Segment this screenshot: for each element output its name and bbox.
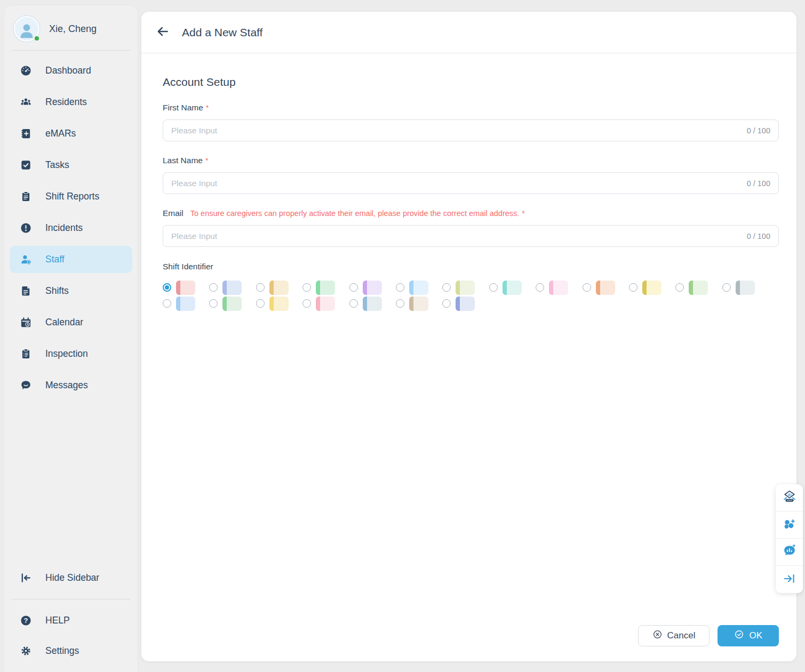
- last-name-label: Last Name: [163, 156, 203, 165]
- radio-unselected[interactable]: [209, 283, 218, 292]
- shift-identifier-option-2[interactable]: [209, 279, 256, 295]
- sidebar-item-label: Shift Reports: [45, 191, 99, 202]
- shift-identifier-option-1[interactable]: [163, 279, 209, 295]
- radio-unselected[interactable]: [675, 283, 684, 292]
- sidebar-item-shifts[interactable]: Shifts: [10, 277, 132, 305]
- radio-unselected[interactable]: [722, 283, 731, 292]
- shift-identifier-option-15[interactable]: [209, 295, 256, 311]
- radio-unselected[interactable]: [349, 299, 358, 308]
- shift-identifier-option-3[interactable]: [256, 279, 302, 295]
- radio-unselected[interactable]: [442, 299, 451, 308]
- sidebar-item-label: Inspection: [45, 348, 88, 359]
- user-profile[interactable]: Xie, Cheng: [10, 13, 132, 50]
- sidebar-item-emars[interactable]: eMARs: [10, 120, 132, 147]
- shift-identifier-option-11[interactable]: [629, 279, 675, 295]
- sidebar-item-settings[interactable]: Settings: [10, 637, 132, 665]
- shift-identifier-option-10[interactable]: [583, 279, 629, 295]
- required-asterisk: *: [205, 156, 208, 165]
- sidebar-item-staff[interactable]: Staff: [10, 246, 132, 273]
- radio-unselected[interactable]: [536, 283, 544, 292]
- sidebar-item-tasks[interactable]: Tasks: [10, 151, 132, 179]
- chat-insights-sparkle-button[interactable]: [776, 539, 803, 566]
- hide-sidebar-icon: [20, 572, 32, 584]
- page-title: Add a New Staff: [182, 26, 262, 39]
- sidebar-item-label: Messages: [45, 380, 88, 391]
- radio-unselected[interactable]: [396, 299, 404, 308]
- radio-unselected[interactable]: [302, 299, 311, 308]
- shift-identifier-option-4[interactable]: [302, 279, 349, 295]
- sidebar-item-label: Calendar: [45, 317, 83, 328]
- help-label: HELP: [45, 615, 70, 626]
- shift-identifier-option-7[interactable]: [442, 279, 489, 295]
- last-name-char-counter: 0 / 100: [747, 179, 770, 188]
- sidebar-item-calendar[interactable]: Calendar: [10, 309, 132, 336]
- sidebar-item-label: Shifts: [45, 285, 69, 297]
- form-body: Account Setup First Name*0 / 100Last Nam…: [141, 53, 796, 311]
- color-swatch: [176, 281, 195, 295]
- collapse-panel-icon: [781, 570, 798, 589]
- shift-identifier-option-14[interactable]: [163, 295, 209, 311]
- radio-unselected[interactable]: [349, 283, 358, 292]
- sidebar-item-residents[interactable]: Residents: [10, 89, 132, 116]
- shift-identifier-option-13[interactable]: [722, 279, 769, 295]
- email-input-box: 0 / 100: [163, 225, 779, 247]
- radio-unselected[interactable]: [256, 299, 265, 308]
- shift-identifier-option-16[interactable]: [256, 295, 302, 311]
- radio-unselected[interactable]: [209, 299, 218, 308]
- shift-identifier-option-12[interactable]: [675, 279, 722, 295]
- sidebar-item-help[interactable]: ? HELP: [10, 607, 132, 634]
- radio-selected[interactable]: [163, 283, 171, 292]
- cancel-button[interactable]: Cancel: [638, 625, 710, 646]
- email-input[interactable]: [171, 231, 740, 241]
- svg-text:?: ?: [24, 617, 28, 625]
- sidebar-item-dashboard[interactable]: Dashboard: [10, 57, 132, 84]
- radio-unselected[interactable]: [163, 299, 171, 308]
- shift-identifier-option-8[interactable]: [489, 279, 536, 295]
- ai-assistant-button[interactable]: AI: [776, 484, 803, 511]
- radio-unselected[interactable]: [629, 283, 637, 292]
- color-swatch: [363, 297, 382, 311]
- color-swatch: [222, 297, 242, 311]
- color-swatch: [222, 281, 242, 295]
- radio-unselected[interactable]: [489, 283, 498, 292]
- shift-identifier-label: Shift Identifier: [163, 262, 779, 271]
- back-button[interactable]: [152, 22, 173, 43]
- sidebar-item-label: Dashboard: [45, 65, 91, 76]
- incidents-icon: [20, 222, 32, 234]
- ai-cluster-sparkle-button[interactable]: [776, 511, 803, 539]
- radio-unselected[interactable]: [302, 283, 311, 292]
- email-warning-text: To ensure caregivers can properly activa…: [190, 209, 520, 218]
- shift-identifier-option-9[interactable]: [536, 279, 582, 295]
- cancel-label: Cancel: [667, 630, 696, 641]
- online-status-dot: [34, 35, 40, 42]
- shift-identifier-option-5[interactable]: [349, 279, 396, 295]
- radio-unselected[interactable]: [442, 283, 451, 292]
- radio-unselected[interactable]: [256, 283, 265, 292]
- shift-identifier-option-6[interactable]: [396, 279, 442, 295]
- first-name-input[interactable]: [171, 126, 740, 135]
- ok-button[interactable]: OK: [718, 625, 779, 646]
- first-name-char-counter: 0 / 100: [747, 126, 770, 135]
- sidebar-item-shift-reports[interactable]: Shift Reports: [10, 183, 132, 210]
- shift-identifier-option-19[interactable]: [396, 295, 442, 311]
- sidebar-item-incidents[interactable]: Incidents: [10, 214, 132, 242]
- user-name: Xie, Cheng: [49, 23, 97, 35]
- sidebar-item-inspection[interactable]: Inspection: [10, 340, 132, 367]
- svg-text:AI: AI: [787, 493, 791, 497]
- last-name-input[interactable]: [171, 179, 740, 188]
- required-asterisk: *: [522, 209, 524, 218]
- dashboard-icon: [20, 65, 32, 77]
- collapse-panel-button[interactable]: [776, 566, 803, 593]
- radio-unselected[interactable]: [396, 283, 404, 292]
- sidebar-item-messages[interactable]: Messages: [10, 372, 132, 399]
- back-arrow-icon: [156, 25, 170, 40]
- ai-assistant-icon: AI: [781, 488, 798, 507]
- radio-unselected[interactable]: [583, 283, 591, 292]
- color-swatch: [549, 281, 568, 295]
- shift-identifier-option-18[interactable]: [349, 295, 396, 311]
- shift-identifier-option-20[interactable]: [442, 295, 489, 311]
- shift-identifier-option-17[interactable]: [302, 295, 349, 311]
- sidebar-item-label: Residents: [45, 97, 87, 108]
- hide-sidebar-button[interactable]: Hide Sidebar: [10, 564, 132, 591]
- main-panel: Add a New Staff Account Setup First Name…: [141, 12, 796, 661]
